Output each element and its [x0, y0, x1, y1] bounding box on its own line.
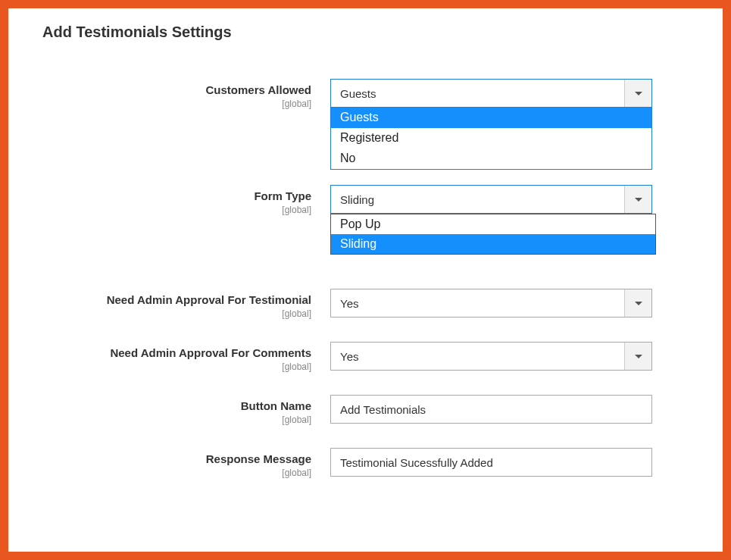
label-button-name: Button Name [241, 399, 311, 412]
chevron-down-icon [635, 92, 642, 95]
row-approval-testimonial: Need Admin Approval For Testimonial [glo… [35, 289, 696, 319]
row-form-type: Form Type [global] Sliding Pop Up Slidin… [35, 185, 696, 255]
section-title: Add Testimonials Settings [42, 23, 696, 41]
scope-approval-comments: [global] [35, 361, 311, 372]
scope-form-type: [global] [35, 205, 311, 215]
input-button-name[interactable] [330, 395, 652, 424]
option-popup[interactable]: Pop Up [331, 214, 655, 234]
label-form-type: Form Type [254, 189, 311, 202]
chevron-down-icon [635, 302, 642, 305]
dropdown-customers-allowed: Guests Registered No [330, 108, 652, 170]
select-form-type[interactable]: Sliding [330, 185, 652, 214]
select-approval-comments[interactable]: Yes [330, 342, 652, 371]
scope-customers-allowed: [global] [35, 99, 311, 109]
option-no[interactable]: No [331, 149, 651, 169]
select-arrow-form-type[interactable] [624, 186, 651, 213]
select-arrow-customers-allowed[interactable] [624, 80, 651, 107]
select-value-approval-comments: Yes [331, 343, 624, 370]
select-value-approval-testimonial: Yes [331, 289, 624, 317]
dropdown-form-type: Pop Up Sliding [330, 214, 656, 255]
settings-panel: Add Testimonials Settings Customers Allo… [0, 0, 731, 560]
select-value-customers-allowed: Guests [331, 80, 624, 107]
option-registered[interactable]: Registered [331, 128, 651, 149]
select-arrow-approval-comments[interactable] [624, 343, 651, 370]
option-sliding[interactable]: Sliding [331, 234, 655, 254]
select-approval-testimonial[interactable]: Yes [330, 289, 652, 318]
scope-button-name: [global] [35, 415, 311, 425]
input-response-message[interactable] [330, 448, 652, 477]
row-button-name: Button Name [global] [35, 395, 696, 425]
scope-approval-testimonial: [global] [35, 308, 311, 319]
row-response-message: Response Message [global] [35, 448, 696, 478]
row-customers-allowed: Customers Allowed [global] Guests Guests… [35, 79, 696, 170]
label-approval-comments: Need Admin Approval For Comments [110, 346, 311, 359]
label-customers-allowed: Customers Allowed [206, 83, 311, 96]
chevron-down-icon [635, 198, 642, 202]
select-arrow-approval-testimonial[interactable] [624, 289, 651, 317]
label-approval-testimonial: Need Admin Approval For Testimonial [107, 293, 311, 306]
row-approval-comments: Need Admin Approval For Comments [global… [35, 342, 696, 372]
label-response-message: Response Message [206, 452, 311, 465]
option-guests[interactable]: Guests [331, 108, 651, 128]
select-customers-allowed[interactable]: Guests [330, 79, 652, 108]
scope-response-message: [global] [35, 468, 311, 478]
select-value-form-type: Sliding [331, 186, 624, 213]
chevron-down-icon [635, 355, 642, 358]
